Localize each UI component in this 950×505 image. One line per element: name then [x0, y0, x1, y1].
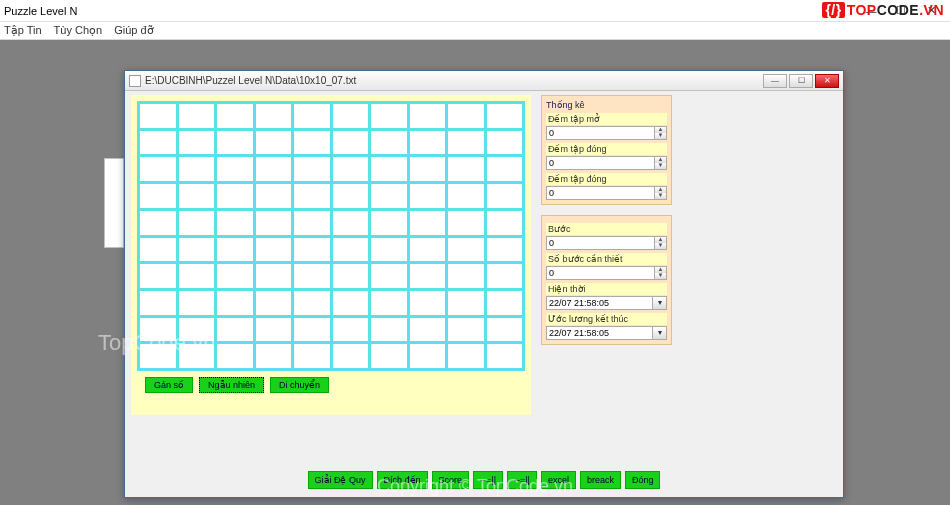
- grid-cell[interactable]: [294, 157, 330, 181]
- grid-cell[interactable]: [217, 184, 253, 208]
- grid-cell[interactable]: [487, 238, 523, 262]
- grid-cell[interactable]: [410, 104, 446, 128]
- eta-input[interactable]: [547, 327, 652, 339]
- grid-cell[interactable]: [371, 344, 407, 368]
- grid-cell[interactable]: [294, 184, 330, 208]
- grid-cell[interactable]: [371, 264, 407, 288]
- grid-cell[interactable]: [487, 318, 523, 342]
- close-button[interactable]: Đóng: [625, 471, 661, 489]
- grid-cell[interactable]: [256, 238, 292, 262]
- grid-cell[interactable]: [256, 104, 292, 128]
- grid-cell[interactable]: [217, 264, 253, 288]
- current-time-input[interactable]: [547, 297, 652, 309]
- grid-cell[interactable]: [448, 211, 484, 235]
- grid-cell[interactable]: [410, 264, 446, 288]
- menu-help[interactable]: Giúp đỡ: [114, 24, 153, 37]
- grid-cell[interactable]: [294, 264, 330, 288]
- grid-cell[interactable]: [371, 157, 407, 181]
- grid-cell[interactable]: [410, 184, 446, 208]
- close-count-input[interactable]: [547, 157, 654, 169]
- excel-button[interactable]: excel: [541, 471, 576, 489]
- grid-cell[interactable]: [217, 318, 253, 342]
- grid-cell[interactable]: [179, 291, 215, 315]
- grid-cell[interactable]: [371, 184, 407, 208]
- grid-cell[interactable]: [410, 291, 446, 315]
- grid-cell[interactable]: [371, 131, 407, 155]
- grid-cell[interactable]: [179, 318, 215, 342]
- grid-cell[interactable]: [487, 344, 523, 368]
- grid-cell[interactable]: [140, 344, 176, 368]
- grid-cell[interactable]: [179, 344, 215, 368]
- grid-cell[interactable]: [294, 238, 330, 262]
- needed-steps-spinner[interactable]: ▲▼: [546, 266, 667, 280]
- grid-cell[interactable]: [333, 264, 369, 288]
- child-min-button[interactable]: —: [763, 74, 787, 88]
- grid-cell[interactable]: [294, 211, 330, 235]
- step-spinner[interactable]: ▲▼: [546, 236, 667, 250]
- grid-cell[interactable]: [333, 104, 369, 128]
- grid-cell[interactable]: [179, 184, 215, 208]
- grid-cell[interactable]: [256, 211, 292, 235]
- grid-cell[interactable]: [140, 291, 176, 315]
- random-button[interactable]: Ngẫu nhiên: [199, 377, 264, 393]
- grid-cell[interactable]: [487, 264, 523, 288]
- open-count-input[interactable]: [547, 127, 654, 139]
- grid-cell[interactable]: [140, 184, 176, 208]
- grid-cell[interactable]: [140, 211, 176, 235]
- grid-cell[interactable]: [217, 157, 253, 181]
- grid-cell[interactable]: [333, 344, 369, 368]
- child-max-button[interactable]: ☐: [789, 74, 813, 88]
- grid-cell[interactable]: [487, 211, 523, 235]
- grid-cell[interactable]: [448, 318, 484, 342]
- grid-cell[interactable]: [371, 291, 407, 315]
- break-button[interactable]: breack: [580, 471, 621, 489]
- grid-cell[interactable]: [410, 131, 446, 155]
- grid-cell[interactable]: [294, 318, 330, 342]
- grid-cell[interactable]: [410, 238, 446, 262]
- misc-button-1[interactable]: --=||: [473, 471, 503, 489]
- grid-cell[interactable]: [333, 131, 369, 155]
- grid-cell[interactable]: [256, 291, 292, 315]
- grid-cell[interactable]: [333, 211, 369, 235]
- grid-cell[interactable]: [487, 184, 523, 208]
- grid-cell[interactable]: [448, 131, 484, 155]
- grid-cell[interactable]: [448, 104, 484, 128]
- grid-cell[interactable]: [256, 264, 292, 288]
- close2-count-input[interactable]: [547, 187, 654, 199]
- menu-options[interactable]: Tùy Chọn: [54, 24, 103, 37]
- grid-cell[interactable]: [410, 157, 446, 181]
- grid-cell[interactable]: [140, 131, 176, 155]
- calendar-icon[interactable]: ▾: [652, 297, 666, 309]
- grid-cell[interactable]: [140, 318, 176, 342]
- misc-button-2[interactable]: --=||: [507, 471, 537, 489]
- grid-cell[interactable]: [140, 157, 176, 181]
- needed-steps-input[interactable]: [547, 267, 654, 279]
- grid-cell[interactable]: [140, 104, 176, 128]
- assign-number-button[interactable]: Gán số: [145, 377, 193, 393]
- grid-cell[interactable]: [333, 238, 369, 262]
- grid-cell[interactable]: [179, 211, 215, 235]
- grid-cell[interactable]: [487, 157, 523, 181]
- grid-cell[interactable]: [487, 291, 523, 315]
- grid-cell[interactable]: [448, 184, 484, 208]
- grid-cell[interactable]: [294, 104, 330, 128]
- grid-cell[interactable]: [333, 291, 369, 315]
- grid-cell[interactable]: [448, 344, 484, 368]
- grid-cell[interactable]: [217, 291, 253, 315]
- grid-cell[interactable]: [448, 291, 484, 315]
- grid-cell[interactable]: [179, 238, 215, 262]
- grid-cell[interactable]: [371, 211, 407, 235]
- grid-cell[interactable]: [256, 344, 292, 368]
- grid-cell[interactable]: [256, 131, 292, 155]
- menu-file[interactable]: Tập Tin: [4, 24, 42, 37]
- grid-cell[interactable]: [410, 344, 446, 368]
- grid-cell[interactable]: [179, 157, 215, 181]
- grid-cell[interactable]: [371, 318, 407, 342]
- score-button[interactable]: Score: [432, 471, 470, 489]
- grid-cell[interactable]: [179, 104, 215, 128]
- grid-cell[interactable]: [333, 157, 369, 181]
- destination-button[interactable]: Đích đến: [377, 471, 428, 489]
- grid-cell[interactable]: [179, 131, 215, 155]
- close-count-spinner[interactable]: ▲▼: [546, 156, 667, 170]
- grid-cell[interactable]: [333, 184, 369, 208]
